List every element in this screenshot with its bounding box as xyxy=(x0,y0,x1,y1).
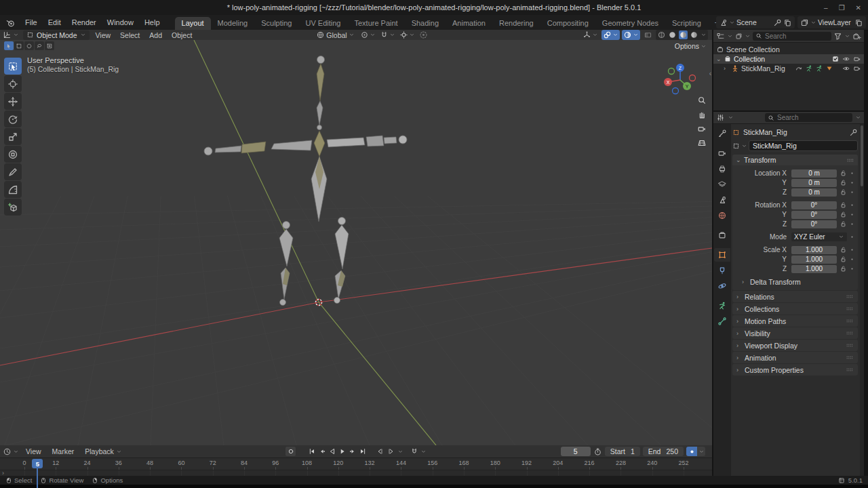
workspace-tab-modeling[interactable]: Modeling xyxy=(211,17,255,30)
camera-view-icon[interactable] xyxy=(697,124,707,134)
editor-type-3dview-icon[interactable] xyxy=(3,30,12,39)
tool-rotate-button[interactable] xyxy=(4,110,22,127)
frame-start-field[interactable]: Start 1 xyxy=(605,447,640,456)
jump-start-button[interactable] xyxy=(307,447,317,456)
lock-open-icon[interactable] xyxy=(840,188,847,196)
menu-edit[interactable]: Edit xyxy=(43,17,66,28)
outliner-row-scene-collection[interactable]: Scene Collection xyxy=(713,45,864,54)
editor-type-properties-icon[interactable] xyxy=(716,113,725,122)
tool-annotate-button[interactable] xyxy=(4,163,22,180)
dot-anim-icon[interactable] xyxy=(849,189,855,195)
menu-window[interactable]: Window xyxy=(102,17,139,28)
workspace-tab-layout[interactable]: Layout xyxy=(175,17,211,30)
workspace-tab-rendering[interactable]: Rendering xyxy=(492,17,540,30)
lock-open-icon[interactable] xyxy=(840,179,847,186)
auto-keying-button[interactable] xyxy=(285,447,296,456)
frame-end-field[interactable]: End 250 xyxy=(643,447,684,456)
panel-collections[interactable]: ›Collections xyxy=(732,303,858,314)
close-button[interactable]: ✕ xyxy=(856,4,861,12)
hide-eye-icon[interactable] xyxy=(842,64,850,73)
snap-toggle[interactable] xyxy=(378,30,397,40)
properties-tab-data[interactable] xyxy=(714,299,730,312)
chevron-down-icon[interactable] xyxy=(741,143,747,149)
dot-anim-icon[interactable] xyxy=(849,211,855,218)
viewport-zoom-icon[interactable] xyxy=(697,96,707,105)
viewport-canvas[interactable]: User Perspective (5) Collection | StickM… xyxy=(0,40,712,445)
chevron-down-icon[interactable] xyxy=(855,115,861,121)
panel-motion-paths[interactable]: ›Motion Paths xyxy=(732,315,858,327)
properties-tab-render[interactable] xyxy=(714,146,730,160)
step-forward-button[interactable] xyxy=(386,447,396,456)
workspace-tab-animation[interactable]: Animation xyxy=(446,17,492,30)
playhead[interactable]: 5 xyxy=(32,459,43,468)
value-field[interactable]: 0° xyxy=(791,211,837,219)
rotation-mode-dropdown[interactable]: XYZ Euler xyxy=(791,232,847,241)
dot-anim-icon[interactable] xyxy=(849,180,855,186)
editor-type-timeline-icon[interactable] xyxy=(3,447,12,456)
collapse-arrow[interactable]: ⌄ xyxy=(716,56,722,62)
viewport-pan-icon[interactable] xyxy=(697,110,707,119)
navigation-gizmo[interactable]: Z X Y xyxy=(662,62,697,97)
value-field[interactable]: 1.000 xyxy=(791,246,837,254)
value-field[interactable]: 0 m xyxy=(791,169,837,178)
select-mode-box-button[interactable] xyxy=(14,41,24,50)
properties-tab-object[interactable] xyxy=(714,248,730,262)
tool-scale-button[interactable] xyxy=(4,128,22,145)
properties-tab-world[interactable] xyxy=(714,209,730,222)
shading-material-icon[interactable] xyxy=(679,30,688,39)
select-mode-lasso-button[interactable] xyxy=(35,41,44,50)
jump-end-button[interactable] xyxy=(357,447,368,456)
maximize-button[interactable]: ❐ xyxy=(839,4,845,12)
pivot-point-dropdown[interactable] xyxy=(359,30,377,40)
timeline-ruler[interactable]: 0122436486072849610812013214415616818019… xyxy=(0,458,712,470)
select-mode-circle-button[interactable] xyxy=(24,41,34,50)
dot-anim-icon[interactable] xyxy=(849,221,855,227)
current-frame-field[interactable]: 5 xyxy=(561,447,591,456)
properties-tab-tool[interactable] xyxy=(714,127,730,140)
timeline-menu-playback[interactable]: Playback xyxy=(79,446,127,457)
dot-anim-icon[interactable] xyxy=(849,202,855,208)
tool-select-button[interactable] xyxy=(4,58,22,75)
dot-anim-icon[interactable] xyxy=(849,266,855,272)
select-mode-extend-button[interactable] xyxy=(45,41,54,50)
dot-anim-icon[interactable] xyxy=(849,170,855,176)
disable-render-icon[interactable] xyxy=(853,64,861,73)
workspace-tab-sculpting[interactable]: Sculpting xyxy=(254,17,298,30)
filter-icon[interactable] xyxy=(833,32,842,41)
chevron-down-icon[interactable] xyxy=(701,32,707,38)
show-gizmos-dropdown[interactable] xyxy=(581,30,599,40)
playback-snap-button[interactable] xyxy=(409,447,419,456)
expand-arrow[interactable]: › xyxy=(724,65,729,72)
panel-viewport-display[interactable]: ›Viewport Display xyxy=(732,340,858,351)
stopwatch-icon[interactable] xyxy=(593,447,602,456)
chevron-down-icon[interactable] xyxy=(397,449,403,455)
options-dropdown[interactable]: Options xyxy=(675,42,707,50)
tool-transform-button[interactable] xyxy=(4,146,22,163)
select-mode-tweak-button[interactable] xyxy=(4,41,14,50)
shading-wireframe-icon[interactable] xyxy=(657,30,666,39)
tool-cursor-button[interactable] xyxy=(4,75,22,92)
workspace-tab-compositing[interactable]: Compositing xyxy=(540,17,595,30)
keying-dropdown[interactable] xyxy=(697,447,705,456)
lock-open-icon[interactable] xyxy=(840,220,847,228)
lock-open-icon[interactable] xyxy=(840,265,847,272)
step-back-button[interactable] xyxy=(374,447,384,456)
new-collection-icon[interactable] xyxy=(852,32,861,41)
lock-open-icon[interactable] xyxy=(840,246,847,253)
transform-panel-header[interactable]: ⌄ Transform xyxy=(732,155,858,165)
mode-dropdown[interactable]: Object Mode xyxy=(23,30,90,40)
perspective-toggle-icon[interactable] xyxy=(697,138,707,148)
lock-open-icon[interactable] xyxy=(840,211,847,218)
show-overlays-toggle[interactable] xyxy=(601,30,620,40)
value-field[interactable]: 0 m xyxy=(791,179,837,187)
shading-rendered-icon[interactable] xyxy=(690,30,698,39)
minimize-button[interactable]: – xyxy=(824,4,828,12)
tool-measure-button[interactable] xyxy=(4,181,22,198)
workspace-tab-texture-paint[interactable]: Texture Paint xyxy=(347,17,404,30)
properties-tab-output[interactable] xyxy=(714,162,730,176)
workspace-tab-uv-editing[interactable]: UV Editing xyxy=(298,17,347,30)
scene-selector[interactable]: Scene xyxy=(716,16,795,28)
workspace-tab-scripting[interactable]: Scripting xyxy=(665,17,708,30)
new-scene-icon[interactable] xyxy=(783,18,792,27)
hide-eye-icon[interactable] xyxy=(842,55,850,63)
